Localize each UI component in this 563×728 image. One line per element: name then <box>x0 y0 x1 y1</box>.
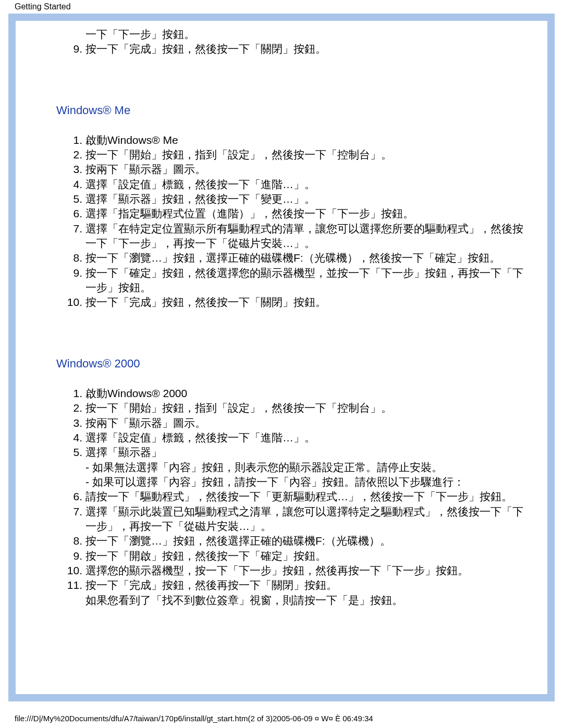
step-number: 4. <box>67 177 82 192</box>
step-number: 1. <box>67 386 82 401</box>
step-number: 8. <box>67 534 82 548</box>
step-number: 3. <box>67 162 82 177</box>
step-item: 5.選擇「顯示器」按鈕，然後按一下「變更…」。 <box>85 192 532 206</box>
page-content: 一下「下一步」按鈕。9.按一下「完成」按鈕，然後按一下「關閉」按鈕。 Windo… <box>16 21 547 694</box>
step-text: 選擇「在特定定位置顯示所有驅動程式的清單，讓您可以選擇您所要的驅動程式」，然後按… <box>85 221 532 251</box>
steps-list: 1.啟動Windows® Me2.按一下「開始」按鈕，指到「設定」，然後按一下「… <box>85 133 532 310</box>
step-text: 按一下「瀏覽…」按鈕，然後選擇正確的磁碟機F:（光碟機）。 <box>85 534 532 548</box>
step-item: 11.按一下「完成」按鈕，然後再按一下「關閉」按鈕。如果您看到了「找不到數位簽章… <box>85 578 532 608</box>
step-text: 選擇「設定值」標籤，然後按一下「進階…」。 <box>85 177 532 192</box>
section-title: Windows® 2000 <box>56 357 532 371</box>
step-item: 1.啟動Windows® Me <box>85 133 532 147</box>
step-item: 10.選擇您的顯示器機型，按一下「下一步」按鈕，然後再按一下「下一步」按鈕。 <box>85 563 532 578</box>
steps-list: 1.啟動Windows® 20002.按一下「開始」按鈕，指到「設定」，然後按一… <box>85 386 532 608</box>
step-item: 7.選擇「顯示此裝置已知驅動程式之清單，讓您可以選擇特定之驅動程式」，然後按一下… <box>85 504 532 534</box>
step-text: 按一下「完成」按鈕，然後再按一下「關閉」按鈕。如果您看到了「找不到數位簽章」視窗… <box>85 578 532 608</box>
step-text: 選擇「設定值」標籤，然後按一下「進階…」。 <box>85 430 532 445</box>
step-number: 9. <box>67 549 82 563</box>
step-item: 4.選擇「設定值」標籤，然後按一下「進階…」。 <box>85 177 532 192</box>
step-text: 選擇「指定驅動程式位置（進階）」，然後按一下「下一步」按鈕。 <box>85 206 532 221</box>
step-item: 9.按一下「開啟」按鈕，然後按一下「確定」按鈕。 <box>85 549 532 563</box>
step-number: 5. <box>67 192 82 206</box>
step-text: 請按一下「驅動程式」，然後按一下「更新驅動程式…」，然後按一下「下一步」按鈕。 <box>85 489 532 504</box>
step-text: 選擇「顯示此裝置已知驅動程式之清單，讓您可以選擇特定之驅動程式」，然後按一下「下… <box>85 504 532 534</box>
step-item: 5. 選擇「顯示器」- 如果無法選擇「內容」按鈕，則表示您的顯示器設定正常。請停… <box>85 445 532 489</box>
step-item: 4.選擇「設定值」標籤，然後按一下「進階…」。 <box>85 430 532 445</box>
step-number: 9. <box>67 42 82 56</box>
step-text: 按一下「完成」按鈕，然後按一下「關閉」按鈕。 <box>85 43 326 55</box>
step-text: 按一下「確定」按鈕，然後選擇您的顯示器機型，並按一下「下一步」按鈕，再按一下「下… <box>85 266 532 295</box>
page-footer: file:///D|/My%20Documents/dfu/A7/taiwan/… <box>15 714 373 723</box>
step-number: 8. <box>67 251 82 265</box>
step-item: 3.按兩下「顯示器」圖示。 <box>85 416 532 430</box>
step-item: 10.按一下「完成」按鈕，然後按一下「關閉」按鈕。 <box>85 295 532 310</box>
continuation-line: 一下「下一步」按鈕。 <box>85 27 532 42</box>
step-text: 選擇您的顯示器機型，按一下「下一步」按鈕，然後再按一下「下一步」按鈕。 <box>85 563 532 578</box>
step-text: 按一下「完成」按鈕，然後按一下「關閉」按鈕。 <box>85 295 532 310</box>
step-number: 9. <box>67 266 82 280</box>
step-number: 7. <box>67 221 82 236</box>
step-item: 3.按兩下「顯示器」圖示。 <box>85 162 532 177</box>
step-number: 3. <box>67 416 82 430</box>
step-item: 9.按一下「確定」按鈕，然後選擇您的顯示器機型，並按一下「下一步」按鈕，再按一下… <box>85 266 532 295</box>
step-text: 一下「下一步」按鈕。 <box>85 28 195 40</box>
step-number: 1. <box>67 133 82 147</box>
step-item: 8.按一下「瀏覽…」按鈕，選擇正確的磁碟機F:（光碟機），然後按一下「確定」按鈕… <box>85 251 532 265</box>
step-text: 按一下「開啟」按鈕，然後按一下「確定」按鈕。 <box>85 549 532 563</box>
step-text: 按一下「瀏覽…」按鈕，選擇正確的磁碟機F:（光碟機），然後按一下「確定」按鈕。 <box>85 251 532 265</box>
step-item: 6.選擇「指定驅動程式位置（進階）」，然後按一下「下一步」按鈕。 <box>85 206 532 221</box>
continuation-block: 一下「下一步」按鈕。9.按一下「完成」按鈕，然後按一下「關閉」按鈕。 <box>85 27 532 57</box>
step-text: 啟動Windows® 2000 <box>85 386 532 401</box>
step-text: 選擇「顯示器」按鈕，然後按一下「變更…」。 <box>85 192 532 206</box>
continuation-line: 9.按一下「完成」按鈕，然後按一下「關閉」按鈕。 <box>85 42 532 56</box>
step-number: 4. <box>67 430 82 445</box>
step-text: 按兩下「顯示器」圖示。 <box>85 416 532 430</box>
step-item: 2.按一下「開始」按鈕，指到「設定」，然後按一下「控制台」。 <box>85 401 532 415</box>
step-text: 按一下「開始」按鈕，指到「設定」，然後按一下「控制台」。 <box>85 147 532 162</box>
step-number: 10. <box>67 563 82 578</box>
step-number: 5. <box>67 445 82 460</box>
step-number: 7. <box>67 504 82 519</box>
step-item: 6.請按一下「驅動程式」，然後按一下「更新驅動程式…」，然後按一下「下一步」按鈕… <box>85 489 532 504</box>
step-item: 2.按一下「開始」按鈕，指到「設定」，然後按一下「控制台」。 <box>85 147 532 162</box>
page-header: Getting Started <box>0 0 563 14</box>
step-number: 11. <box>67 578 82 593</box>
step-item: 7.選擇「在特定定位置顯示所有驅動程式的清單，讓您可以選擇您所要的驅動程式」，然… <box>85 221 532 251</box>
step-text: 按兩下「顯示器」圖示。 <box>85 162 532 177</box>
step-number: 2. <box>67 401 82 415</box>
step-number: 2. <box>67 147 82 162</box>
page-frame: 一下「下一步」按鈕。9.按一下「完成」按鈕，然後按一下「關閉」按鈕。 Windo… <box>8 14 555 701</box>
step-item: 8.按一下「瀏覽…」按鈕，然後選擇正確的磁碟機F:（光碟機）。 <box>85 534 532 548</box>
step-text: 選擇「顯示器」- 如果無法選擇「內容」按鈕，則表示您的顯示器設定正常。請停止安裝… <box>85 445 532 489</box>
step-text: 啟動Windows® Me <box>85 133 532 147</box>
step-item: 1.啟動Windows® 2000 <box>85 386 532 401</box>
step-text: 按一下「開始」按鈕，指到「設定」，然後按一下「控制台」。 <box>85 401 532 415</box>
section-title: Windows® Me <box>56 104 532 117</box>
step-number: 10. <box>67 295 82 310</box>
step-number: 6. <box>67 489 82 504</box>
step-number: 6. <box>67 206 82 221</box>
